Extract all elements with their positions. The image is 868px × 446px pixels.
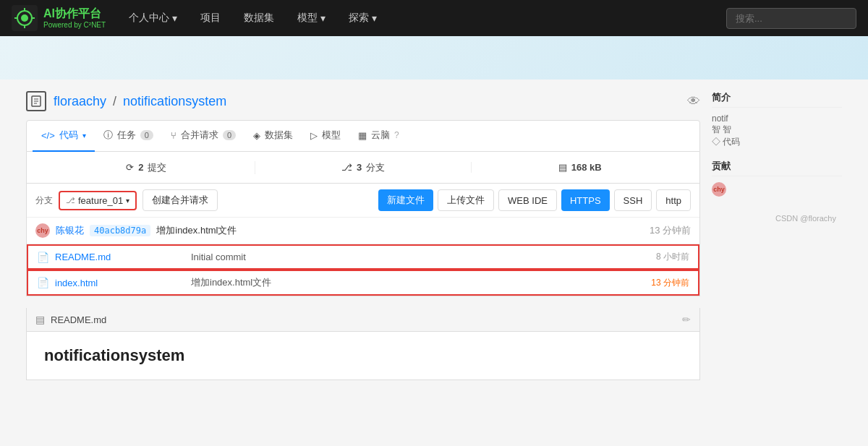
- top-navigation: AI协作平台 Powered by C²NET 个人中心 ▾ 项目 数据集 模型…: [0, 0, 868, 36]
- tab-merge-requests[interactable]: ⑂ 合并请求 0: [162, 120, 244, 152]
- branch-icon: ⎇: [341, 162, 352, 173]
- contributor-avatar[interactable]: chy: [712, 182, 726, 197]
- repo-svg-icon: [30, 95, 42, 107]
- nav-personal-center[interactable]: 个人中心 ▾: [120, 0, 186, 36]
- commit-info-row: chy 陈银花 40acb8d79a 增加index.html文件 13 分钟前: [27, 218, 699, 244]
- sidebar-intro-title: 简介: [712, 91, 842, 108]
- tab-tasks[interactable]: ⓘ 任务 0: [95, 120, 162, 152]
- readme-file-icon: ▤: [35, 314, 45, 325]
- file-name[interactable]: README.md: [55, 252, 185, 262]
- tab-datasets[interactable]: ◈ 数据集: [244, 120, 302, 152]
- branch-icon: ⎇: [66, 196, 75, 205]
- breadcrumb-separator: /: [113, 94, 116, 108]
- commit-icon: ⟳: [126, 162, 134, 173]
- file-time: 8 小时前: [656, 251, 689, 263]
- logo-subtitle: Powered by C²NET: [43, 21, 106, 30]
- commit-message: 增加index.html文件: [156, 224, 237, 237]
- tab-bar: </> 代码 ▾ ⓘ 任务 0 ⑂ 合并请求 0 ◈ 数据集 ▷ 模型: [26, 120, 700, 152]
- readme-section: ▤ README.md ✏ notificationsystem: [26, 308, 700, 380]
- watch-icon[interactable]: 👁: [687, 94, 700, 108]
- help-icon: ?: [394, 130, 399, 140]
- file-browser: 分支 ⎇ feature_01 ▾ 创建合并请求 新建文件 上传文件 WEB I…: [26, 184, 700, 296]
- task-icon: ⓘ: [103, 129, 113, 142]
- task-badge: 0: [140, 130, 153, 140]
- stat-commits[interactable]: ⟳ 2 提交: [38, 161, 255, 174]
- banner: [0, 36, 868, 80]
- nav-models[interactable]: 模型 ▾: [289, 0, 334, 36]
- ssh-button[interactable]: SSH: [614, 189, 652, 211]
- sidebar-intro-zhi: 智 智: [712, 124, 842, 136]
- file-time: 13 分钟前: [651, 277, 689, 289]
- file-commit-msg: Initial commit: [191, 252, 650, 262]
- sidebar-contrib-title: 贡献: [712, 160, 842, 176]
- branch-name: feature_01: [78, 195, 123, 206]
- repo-header: floraachy / notificationsystem 👁: [26, 91, 700, 111]
- code-icon: </>: [41, 130, 55, 141]
- branch-prefix: 分支: [35, 194, 53, 207]
- search-input[interactable]: [726, 8, 856, 29]
- stats-bar: ⟳ 2 提交 ⎇ 3 分支 ▤ 168 kB: [26, 152, 700, 184]
- logo-text: AI协作平台 Powered by C²NET: [43, 7, 106, 29]
- commit-hash[interactable]: 40acb8d79a: [90, 225, 150, 236]
- http-button[interactable]: http: [656, 189, 691, 211]
- file-icon: 📄: [37, 252, 49, 263]
- commit-author[interactable]: 陈银花: [56, 224, 84, 237]
- repo-icon: [26, 91, 46, 111]
- tab-models[interactable]: ▷ 模型: [302, 120, 349, 152]
- stat-branches[interactable]: ⎇ 3 分支: [255, 161, 472, 174]
- upload-file-button[interactable]: 上传文件: [438, 189, 494, 211]
- content-left: floraachy / notificationsystem 👁 </> 代码 …: [26, 91, 700, 380]
- readme-header: ▤ README.md ✏: [27, 308, 699, 332]
- chevron-down-icon: ▾: [126, 197, 129, 205]
- web-ide-button[interactable]: WEB IDE: [498, 189, 557, 211]
- readme-content: notificationsystem: [27, 332, 699, 379]
- file-commit-msg: 增加index.html文件: [191, 276, 645, 289]
- nav-datasets[interactable]: 数据集: [235, 0, 283, 36]
- nav-explore[interactable]: 探索 ▾: [340, 0, 386, 36]
- breadcrumb-repo[interactable]: notificationsystem: [123, 94, 226, 108]
- watermark: CSDN @florachy: [712, 208, 842, 228]
- chevron-down-icon: ▾: [82, 132, 86, 140]
- logo-title: AI协作平台: [43, 7, 106, 20]
- chevron-down-icon: ▾: [172, 12, 177, 24]
- storage-icon: ▤: [558, 162, 567, 173]
- logo-icon: [12, 5, 38, 31]
- logo[interactable]: AI协作平台 Powered by C²NET: [12, 5, 106, 31]
- sidebar-intro-code: ◇ 代码: [712, 136, 842, 148]
- sidebar-intro: 简介 notif 智 智 ◇ 代码: [712, 91, 842, 148]
- sidebar: 简介 notif 智 智 ◇ 代码 贡献 chy CSDN @florachy: [712, 91, 842, 380]
- svg-point-2: [21, 14, 28, 22]
- merge-badge: 0: [223, 130, 236, 140]
- sidebar-contrib: 贡献 chy: [712, 160, 842, 197]
- readme-title: README.md: [51, 314, 106, 325]
- chevron-down-icon: ▾: [372, 12, 377, 24]
- commit-time: 13 分钟前: [650, 224, 691, 237]
- file-icon: 📄: [37, 277, 49, 288]
- nav-projects[interactable]: 项目: [192, 0, 229, 36]
- avatar: chy: [35, 223, 50, 238]
- new-file-button[interactable]: 新建文件: [378, 189, 433, 211]
- cloud-icon: ▦: [358, 130, 367, 141]
- https-button[interactable]: HTTPS: [561, 189, 610, 211]
- merge-icon: ⑂: [171, 130, 176, 141]
- file-name[interactable]: index.html: [55, 278, 185, 288]
- sidebar-intro-notif: notif: [712, 113, 842, 124]
- stat-size: ▤ 168 kB: [471, 162, 688, 173]
- chevron-down-icon: ▾: [320, 12, 326, 24]
- tab-cloud-brain[interactable]: ▦ 云脑 ?: [349, 120, 408, 152]
- dataset-icon: ◈: [253, 130, 260, 141]
- branch-bar: 分支 ⎇ feature_01 ▾ 创建合并请求 新建文件 上传文件 WEB I…: [27, 184, 699, 218]
- breadcrumb-owner[interactable]: floraachy: [54, 94, 106, 108]
- main-container: floraachy / notificationsystem 👁 </> 代码 …: [14, 80, 854, 392]
- branch-selector[interactable]: ⎇ feature_01 ▾: [59, 191, 137, 210]
- file-list: 📄 README.md Initial commit 8 小时前 📄 index…: [27, 244, 699, 296]
- branch-actions: 新建文件 上传文件 WEB IDE HTTPS SSH http: [378, 189, 691, 211]
- edit-icon[interactable]: ✏: [682, 314, 691, 325]
- breadcrumb: floraachy / notificationsystem: [54, 94, 226, 109]
- table-row: 📄 README.md Initial commit 8 小时前: [27, 244, 699, 270]
- table-row: 📄 index.html 增加index.html文件 13 分钟前: [27, 270, 699, 296]
- create-merge-request-button[interactable]: 创建合并请求: [142, 189, 218, 211]
- readme-heading: notificationsystem: [44, 346, 682, 365]
- tab-code[interactable]: </> 代码 ▾: [33, 120, 95, 152]
- model-icon: ▷: [310, 130, 318, 141]
